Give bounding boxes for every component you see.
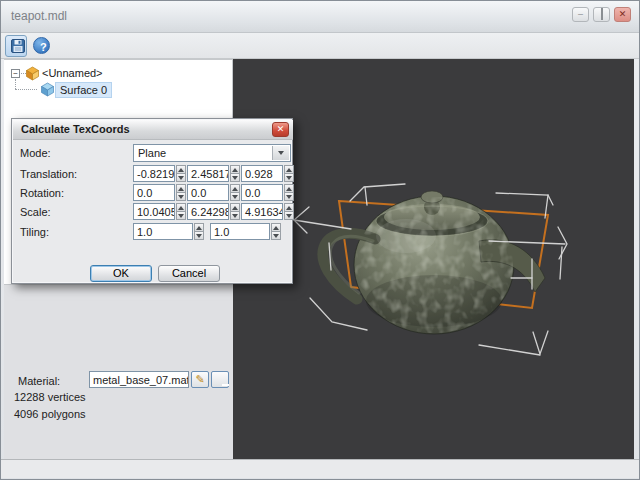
scale-y-spinner	[230, 203, 240, 220]
spinner-down-button[interactable]	[230, 212, 240, 220]
arrow-up-icon	[196, 226, 202, 230]
spinner-down-button[interactable]	[194, 232, 204, 240]
translation-y-field[interactable]: 2.45817	[187, 165, 229, 182]
spinner-up-button[interactable]	[194, 223, 204, 232]
spinner-up-button[interactable]	[271, 223, 281, 232]
ok-button[interactable]: OK	[90, 265, 152, 282]
spinner-up-button[interactable]	[176, 203, 186, 212]
arrow-up-icon	[286, 187, 292, 191]
spinner-up-button[interactable]	[284, 203, 294, 212]
arrow-down-icon	[273, 234, 279, 238]
translation-z-field[interactable]: 0.928	[241, 165, 283, 182]
arrow-down-icon	[286, 176, 292, 180]
app-window: teapot.mdl – ✕ ? −	[0, 0, 640, 480]
maximize-icon	[601, 8, 603, 20]
translation-x-field[interactable]: -0.8219	[133, 165, 175, 182]
spinner-down-button[interactable]	[271, 232, 281, 240]
arrow-down-icon	[178, 195, 184, 199]
arrow-down-icon	[232, 195, 238, 199]
material-remove-button[interactable]	[211, 371, 229, 388]
translation-z-spinner	[284, 165, 294, 182]
edit-icon: ✎	[195, 373, 204, 385]
arrow-up-icon	[178, 187, 184, 191]
help-button[interactable]: ?	[33, 37, 50, 54]
dropdown-button[interactable]	[272, 146, 289, 160]
close-button[interactable]: ✕	[614, 7, 631, 22]
window-title: teapot.mdl	[11, 9, 67, 23]
scale-z-field[interactable]: 4.91634	[241, 203, 283, 220]
minimize-button[interactable]: –	[572, 7, 589, 22]
tiling-u-field[interactable]: 1.0	[133, 223, 193, 240]
arrow-up-icon	[178, 206, 184, 210]
rotation-x-field[interactable]: 0.0	[133, 184, 175, 201]
rotation-y-field[interactable]: 0.0	[187, 184, 229, 201]
tiling-label: Tiling:	[20, 226, 49, 238]
tree-connector	[15, 89, 37, 90]
arrow-down-icon	[178, 214, 184, 218]
tree-item-surface[interactable]: Surface 0	[55, 82, 112, 98]
vertices-count: 12288 vertices	[14, 391, 86, 403]
chevron-down-icon	[278, 151, 284, 155]
rotation-y-spinner	[230, 184, 240, 201]
spinner-up-button[interactable]	[230, 165, 240, 174]
tree-connector	[15, 79, 16, 89]
help-icon: ?	[40, 41, 47, 53]
rotation-z-field[interactable]: 0.0	[241, 184, 283, 201]
save-button[interactable]	[5, 35, 27, 57]
spinner-up-button[interactable]	[176, 184, 186, 193]
close-icon: ✕	[619, 9, 627, 19]
scale-label: Scale:	[20, 206, 51, 218]
viewport-3d[interactable]	[233, 59, 634, 459]
rotation-x-spinner	[176, 184, 186, 201]
arrow-up-icon	[232, 187, 238, 191]
scale-y-field[interactable]: 6.24298	[187, 203, 229, 220]
material-edit-button[interactable]: ✎	[191, 371, 209, 388]
spinner-down-button[interactable]	[176, 193, 186, 201]
viewport-scene	[233, 59, 634, 459]
spinner-up-button[interactable]	[230, 184, 240, 193]
arrow-down-icon	[286, 195, 292, 199]
arrow-down-icon	[232, 176, 238, 180]
tiling-u-spinner	[194, 223, 204, 240]
tree-item-root[interactable]: <Unnamed>	[42, 67, 103, 79]
arrow-up-icon	[232, 168, 238, 172]
object-icon	[25, 66, 40, 81]
spinner-down-button[interactable]	[284, 193, 294, 201]
tiling-v-field[interactable]: 1.0	[210, 223, 270, 240]
polygons-count: 4096 polygons	[14, 408, 86, 420]
dialog-title: Calculate TexCoords	[21, 123, 130, 135]
scale-z-spinner	[284, 203, 294, 220]
spinner-up-button[interactable]	[284, 165, 294, 174]
dialog-close-button[interactable]: ✕	[272, 122, 289, 137]
scale-x-field[interactable]: 10.0405	[133, 203, 175, 220]
save-icon	[11, 39, 25, 53]
arrow-up-icon	[273, 226, 279, 230]
translation-x-spinner	[176, 165, 186, 182]
arrow-down-icon	[232, 214, 238, 218]
arrow-up-icon	[232, 206, 238, 210]
window-controls: – ✕	[572, 7, 631, 22]
translation-y-spinner	[230, 165, 240, 182]
spinner-down-button[interactable]	[284, 212, 294, 220]
mode-label: Mode:	[20, 147, 51, 159]
titlebar[interactable]: teapot.mdl – ✕	[1, 1, 639, 33]
spinner-down-button[interactable]	[230, 174, 240, 182]
arrow-down-icon	[178, 176, 184, 180]
spinner-down-button[interactable]	[176, 174, 186, 182]
material-field[interactable]: metal_base_07.mat	[89, 371, 189, 388]
tiling-v-spinner	[271, 223, 281, 240]
spinner-up-button[interactable]	[284, 184, 294, 193]
spinner-down-button[interactable]	[230, 193, 240, 201]
scale-x-spinner	[176, 203, 186, 220]
dialog-titlebar[interactable]: Calculate TexCoords ✕	[13, 120, 293, 140]
spinner-up-button[interactable]	[230, 203, 240, 212]
rotation-z-spinner	[284, 184, 294, 201]
cancel-button[interactable]: Cancel	[158, 265, 220, 282]
spinner-up-button[interactable]	[176, 165, 186, 174]
mode-select[interactable]: Plane	[133, 144, 291, 162]
mode-value: Plane	[138, 147, 166, 159]
maximize-button[interactable]	[593, 7, 610, 22]
tree-expander[interactable]: −	[11, 69, 20, 78]
spinner-down-button[interactable]	[284, 174, 294, 182]
spinner-down-button[interactable]	[176, 212, 186, 220]
